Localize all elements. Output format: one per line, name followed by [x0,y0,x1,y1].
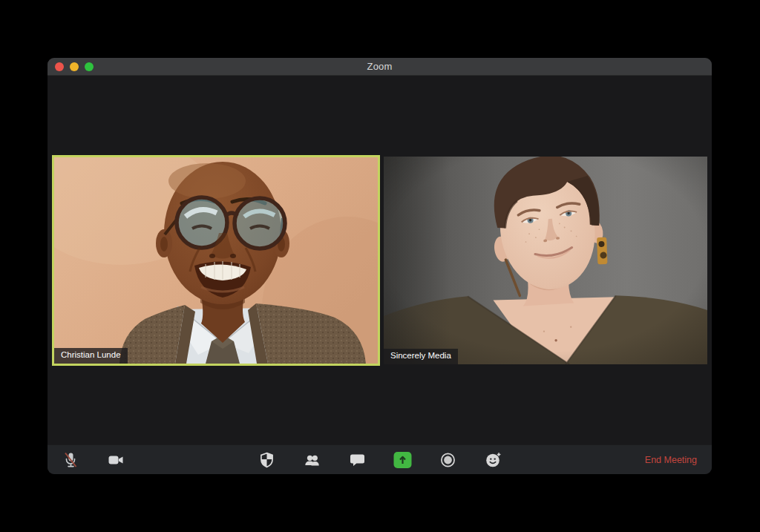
end-meeting-button[interactable]: End Meeting [645,445,697,474]
chat-button[interactable] [348,451,366,469]
video-grid: Christian Lunde [52,155,707,366]
video-tile-sincerely-media[interactable]: Sincerely Media [384,157,707,364]
participants-icon [303,451,321,469]
video-camera-icon [107,451,125,469]
share-screen-button[interactable] [393,451,411,469]
microphone-muted-icon [62,451,79,469]
stop-video-button[interactable] [107,451,125,469]
desktop-background: Zoom [0,0,760,532]
record-icon [439,451,456,469]
security-button[interactable] [258,451,275,469]
toolbar-left-group [62,445,125,474]
chat-bubble-icon [348,451,366,469]
record-button[interactable] [439,451,456,469]
share-screen-pill [393,452,411,468]
mute-button[interactable] [62,451,79,469]
traffic-lights [55,58,94,75]
participant-video-christian-lunde [54,157,378,364]
toolbar: End Meeting [48,444,712,474]
toolbar-center-group [258,445,502,474]
reactions-smiley-plus-icon [484,451,502,469]
titlebar[interactable]: Zoom [48,58,712,76]
participant-name: Sincerely Media [390,351,451,360]
participants-button[interactable] [303,451,321,469]
zoom-window: Zoom [48,58,712,474]
participant-name-label: Sincerely Media [384,349,458,364]
share-screen-up-arrow-icon [396,454,408,466]
fullscreen-button[interactable] [85,62,94,71]
close-button[interactable] [55,62,64,71]
window-title: Zoom [367,61,392,72]
participant-name-label: Christian Lunde [54,348,128,364]
participant-video-sincerely-media [384,157,707,364]
minimize-button[interactable] [70,62,79,71]
video-area: Christian Lunde [48,76,712,444]
video-tile-christian-lunde[interactable]: Christian Lunde [52,155,380,366]
shield-icon [258,451,275,469]
participant-name: Christian Lunde [61,350,121,359]
reactions-button[interactable] [484,451,502,469]
